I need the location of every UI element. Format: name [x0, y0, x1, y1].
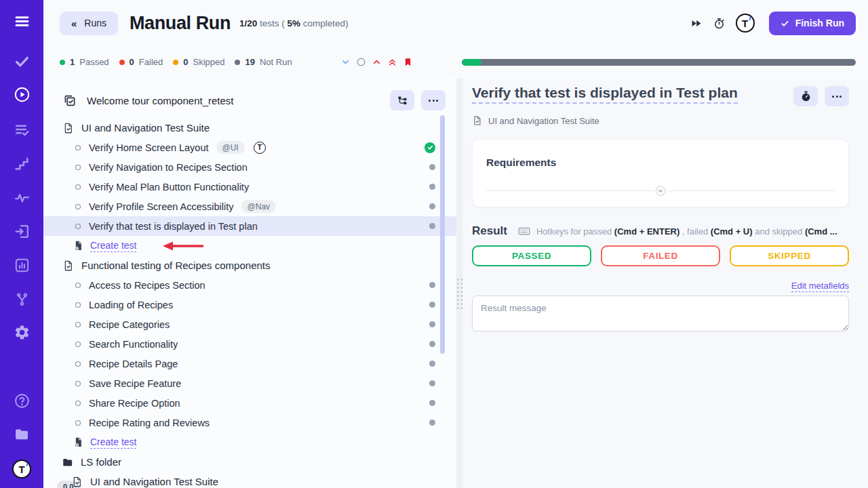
help-icon[interactable]	[0, 392, 43, 409]
test-circle-icon	[73, 359, 83, 369]
red-arrow-annotation	[161, 241, 205, 251]
status-passed-icon	[425, 142, 435, 153]
projects-folder-icon[interactable]	[0, 426, 43, 443]
run-progress-summary: 1/20 tests ( 5% completed)	[239, 18, 349, 28]
test-circle-icon	[73, 300, 83, 310]
status-notrun-dot	[429, 164, 435, 170]
group-by-suite-button[interactable]	[390, 90, 414, 110]
test-circle-icon	[73, 182, 83, 192]
test-row-selected[interactable]: Verify that test is displayed in Test pl…	[43, 216, 456, 236]
test-row[interactable]: Recipe Details Page	[43, 354, 456, 373]
create-test-link[interactable]: Create test	[90, 240, 136, 252]
finish-run-button[interactable]: Finish Run	[769, 12, 856, 35]
resize-grip-icon	[456, 279, 462, 309]
back-chevrons-icon: «	[71, 18, 77, 29]
folder-row[interactable]: LS folder	[43, 452, 456, 472]
result-heading: Result	[472, 224, 507, 238]
test-row[interactable]: Search Functionality	[43, 334, 456, 354]
create-test-row[interactable]: Create test	[43, 432, 456, 452]
suite-doc-icon	[62, 260, 75, 272]
create-doc-icon	[73, 240, 84, 251]
menu-icon[interactable]	[0, 13, 43, 30]
branches-icon[interactable]	[0, 291, 43, 308]
result-message-input[interactable]	[472, 296, 849, 331]
steps-icon[interactable]	[0, 155, 43, 172]
folder-icon	[62, 456, 74, 468]
test-circle-icon	[73, 340, 83, 349]
test-circle-icon	[73, 320, 83, 329]
double-chevron-up-icon[interactable]	[387, 57, 397, 67]
circle-status-icon[interactable]	[356, 57, 366, 67]
test-row[interactable]: Verify Meal Plan Button Functionality	[43, 177, 456, 197]
bookmark-icon[interactable]	[403, 57, 413, 67]
fast-forward-icon[interactable]	[690, 17, 703, 30]
test-title[interactable]: Verify that test is displayed in Test pl…	[472, 84, 738, 102]
test-row[interactable]: Recipe Rating and Reviews	[43, 413, 456, 432]
status-notrun-dot	[429, 361, 435, 367]
suite-doc-icon	[71, 476, 83, 488]
test-circle-icon	[73, 202, 83, 211]
pulse-icon[interactable]	[0, 189, 43, 206]
back-to-runs-button[interactable]: « Runs	[60, 12, 118, 35]
failed-legend: 0Failed	[119, 57, 163, 67]
suite-doc-icon	[472, 115, 483, 126]
create-test-link[interactable]: Create test	[90, 436, 136, 449]
status-notrun-dot	[429, 203, 435, 209]
passed-button[interactable]: PASSED	[472, 245, 591, 266]
more-options-button[interactable]	[421, 90, 446, 110]
skipped-dot	[173, 60, 178, 65]
test-plans-icon[interactable]	[0, 121, 43, 138]
test-row[interactable]: Access to Recipes Section	[43, 275, 456, 295]
testomat-logo-badge[interactable]	[736, 14, 755, 33]
status-notrun-dot	[429, 341, 435, 347]
timer-button[interactable]	[793, 86, 818, 106]
run-source-title: Welcome tour component_retest	[87, 95, 234, 106]
suite-row[interactable]: Functional testing of Recipes components	[43, 256, 456, 275]
create-test-row[interactable]: Create test	[43, 236, 456, 256]
failed-button[interactable]: FAILED	[601, 245, 720, 266]
tree-scrollbar[interactable]	[440, 115, 445, 354]
skipped-legend: 0Skipped	[173, 57, 224, 67]
status-notrun-dot	[429, 380, 435, 386]
skipped-button[interactable]: SKIPPED	[730, 245, 849, 266]
test-row[interactable]: Verify Navigation to Recipes Section	[43, 157, 456, 177]
chevron-up-icon[interactable]	[372, 57, 382, 67]
tree-panel-header: Welcome tour component_retest	[43, 85, 456, 116]
suite-breadcrumb[interactable]: UI and Navigation Test Suite	[472, 115, 849, 126]
test-row[interactable]: Share Recipe Option	[43, 393, 456, 413]
suite-row[interactable]: UI and Navigation Test Suite	[43, 118, 456, 138]
top-bar: « Runs Manual Run 1/20 tests ( 5% comple…	[43, 0, 868, 46]
settings-gear-icon[interactable]	[0, 324, 43, 341]
status-notrun-dot	[429, 302, 435, 308]
testomat-logo[interactable]	[0, 460, 43, 479]
status-notrun-dot	[429, 223, 435, 229]
test-tree: UI and Navigation Test Suite Verify Home…	[43, 118, 456, 488]
test-circle-icon	[73, 399, 83, 408]
test-row[interactable]: Recipe Categories	[43, 314, 456, 334]
test-row[interactable]: Loading of Recipes	[43, 295, 456, 314]
status-notrun-dot	[429, 420, 435, 426]
requirements-expand-icon[interactable]	[654, 184, 667, 197]
runs-play-icon[interactable]	[0, 86, 43, 103]
requirements-card: Requirements	[472, 139, 849, 207]
timer-icon[interactable]	[713, 17, 726, 30]
edit-metafields-link[interactable]: Edit metafields	[791, 281, 849, 292]
panel-resize-handle[interactable]	[456, 78, 462, 488]
test-row[interactable]: Save Recipe Feature	[43, 373, 456, 393]
passed-dot	[60, 60, 65, 65]
suite-row[interactable]: 0.0 UI and Navigation Test Suite	[43, 472, 456, 488]
notrun-legend: 19Not Run	[235, 57, 292, 67]
import-icon[interactable]	[0, 223, 43, 240]
chevron-down-icon[interactable]	[340, 57, 351, 67]
more-options-button[interactable]	[825, 86, 849, 106]
test-row[interactable]: Verify Profile Screen Accessibility @Nav	[43, 197, 456, 216]
status-bar: 1Passed 0Failed 0Skipped 19Not Run	[43, 46, 868, 78]
analytics-icon[interactable]	[0, 257, 43, 274]
tests-check-icon[interactable]	[0, 53, 43, 70]
test-row[interactable]: Verify Home Screen Layout @UI	[43, 138, 456, 157]
more-icon	[832, 96, 842, 98]
back-to-runs-label: Runs	[84, 18, 106, 28]
failed-dot	[119, 60, 125, 65]
run-progress-fill	[462, 59, 481, 66]
app-window: « Runs Manual Run 1/20 tests ( 5% comple…	[0, 0, 868, 488]
